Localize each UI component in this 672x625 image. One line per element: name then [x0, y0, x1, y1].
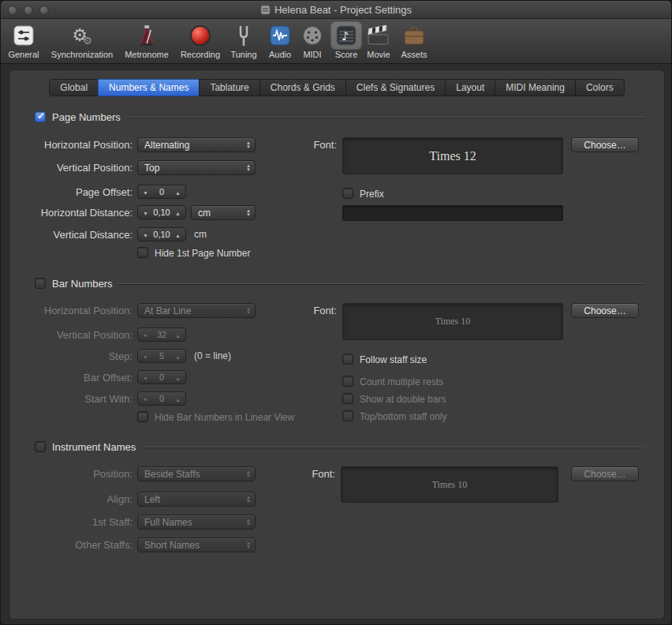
bar-offset-stepper: 0 — [137, 370, 186, 384]
stepper-down-icon — [143, 208, 148, 217]
score-icon: ♪ — [330, 21, 362, 50]
stepper-up-icon — [175, 187, 181, 196]
tab-clefs-signatures[interactable]: Clefs & Signatures — [345, 79, 446, 96]
popup-arrows-icon — [246, 209, 251, 217]
bar-horizontal-position-popup: At Bar Line — [137, 303, 256, 318]
tab-tablature[interactable]: Tablature — [199, 79, 259, 96]
toolbar-item-midi[interactable]: MIDI — [297, 21, 328, 59]
bar-numbers-checkbox[interactable] — [35, 278, 46, 289]
tab-numbers-names[interactable]: Numbers & Names — [98, 79, 200, 96]
minimize-window-button[interactable] — [24, 6, 33, 15]
stepper-up-icon — [175, 330, 181, 339]
toolbar-label: Movie — [367, 50, 390, 59]
page-font-choose-button[interactable]: Choose… — [571, 137, 639, 152]
prefix-input[interactable] — [342, 205, 563, 221]
toolbar-item-synchronization[interactable]: ⚙⚙ Synchronization — [51, 21, 113, 59]
page-font-value: Times 12 — [429, 149, 476, 163]
horizontal-position-popup[interactable]: Alternating — [137, 137, 256, 152]
stepper-down-icon — [143, 394, 148, 403]
page-numbers-section-title: Page Numbers — [52, 111, 121, 123]
instrument-names-checkbox[interactable] — [35, 441, 46, 452]
first-staff-popup: Full Names — [137, 515, 256, 530]
toolbar-item-score[interactable]: ♪ Score — [330, 21, 362, 59]
tuning-icon — [230, 21, 257, 50]
toolbar-item-assets[interactable]: Assets — [398, 21, 430, 59]
project-settings-window: Helena Beat - Project Settings General ⚙… — [0, 0, 672, 625]
toolbar-item-audio[interactable]: Audio — [264, 21, 296, 59]
start-with-label: Start With: — [9, 393, 133, 405]
count-multiple-rests-checkbox — [342, 376, 353, 387]
stepper-down-icon — [143, 372, 148, 382]
tab-global[interactable]: Global — [49, 79, 99, 96]
page-numbers-checkbox[interactable] — [35, 111, 46, 122]
toolbar-item-recording[interactable]: Recording — [181, 21, 220, 59]
first-staff-label: 1st Staff: — [9, 516, 133, 528]
popup-value: Left — [144, 494, 160, 505]
horizontal-distance-label: Horizontal Distance: — [9, 207, 133, 219]
popup-arrows-icon — [246, 164, 251, 172]
close-window-button[interactable] — [8, 6, 17, 15]
popup-value: Short Names — [144, 540, 200, 551]
bar-font-choose-button[interactable]: Choose… — [571, 303, 639, 318]
vertical-position-popup[interactable]: Top — [137, 160, 256, 175]
bar-offset-label: Bar Offset: — [9, 372, 133, 384]
popup-arrows-icon — [246, 141, 251, 149]
count-multiple-rests-label: Count multiple rests — [360, 376, 443, 387]
follow-staff-size-checkbox — [342, 354, 353, 365]
popup-arrows-icon — [246, 496, 251, 503]
bar-numbers-section-title: Bar Numbers — [52, 278, 113, 290]
instrument-font-label: Font: — [276, 468, 335, 480]
bar-vertical-position-stepper: 32 — [137, 327, 186, 342]
align-popup: Left — [137, 492, 256, 507]
step-hint-text: (0 = line) — [194, 350, 231, 361]
toolbar-item-general[interactable]: General — [8, 21, 39, 59]
instrument-names-section-title: Instrument Names — [52, 441, 136, 453]
zoom-window-button[interactable] — [39, 6, 49, 15]
toolbar-label: Score — [335, 50, 358, 59]
toolbar-label: Synchronization — [51, 50, 113, 59]
hide-first-page-number-label: Hide 1st Page Number — [155, 248, 250, 259]
traffic-lights — [8, 6, 49, 15]
title-bar: Helena Beat - Project Settings — [1, 1, 671, 19]
popup-arrows-icon — [246, 307, 251, 315]
show-double-bars-checkbox — [342, 393, 353, 404]
tab-midi-meaning[interactable]: MIDI Meaning — [495, 79, 576, 96]
tab-layout[interactable]: Layout — [445, 79, 495, 96]
recording-icon — [186, 21, 215, 50]
toolbar-label: Audio — [269, 50, 291, 59]
toolbar-label: Recording — [181, 50, 220, 59]
page-font-label: Font: — [278, 139, 337, 151]
stepper-value: 0 — [159, 187, 164, 196]
bar-font-label: Font: — [278, 305, 337, 316]
toolbar-item-metronome[interactable]: Metronome — [125, 21, 169, 59]
bar-font-box: Times 10 — [342, 303, 563, 340]
hide-first-page-number-checkbox[interactable] — [137, 247, 148, 258]
score-settings-panel: Global Numbers & Names Tablature Chords … — [9, 69, 665, 619]
hide-bar-numbers-linear-label: Hide Bar Numbers in Linear View — [155, 412, 294, 423]
stepper-value: 0 — [159, 394, 164, 403]
bar-horizontal-position-label: Horizontal Position: — [9, 305, 133, 316]
stepper-value: 32 — [157, 330, 166, 339]
stepper-up-icon — [175, 230, 181, 239]
prefix-checkbox[interactable] — [342, 188, 353, 199]
popup-value: Beside Staffs — [144, 469, 200, 480]
popup-arrows-icon — [246, 470, 251, 478]
popup-arrows-icon — [246, 541, 251, 549]
toolbar-label: Assets — [401, 50, 427, 59]
section-divider — [117, 283, 645, 284]
popup-value: cm — [198, 208, 211, 219]
stepper-up-icon — [175, 208, 181, 217]
top-bottom-staff-checkbox — [342, 410, 353, 421]
page-offset-stepper[interactable]: 0 — [137, 185, 186, 199]
general-icon — [8, 21, 39, 50]
instrument-font-value: Times 10 — [432, 479, 468, 491]
tab-chords-grids[interactable]: Chords & Grids — [259, 79, 346, 96]
toolbar-item-tuning[interactable]: Tuning — [230, 21, 257, 59]
toolbar-item-movie[interactable]: Movie — [362, 21, 395, 59]
top-bottom-staff-label: Top/bottom staff only — [360, 411, 447, 422]
tab-colors[interactable]: Colors — [575, 79, 625, 96]
horizontal-distance-stepper[interactable]: 0,10 — [137, 205, 186, 219]
horizontal-distance-unit-popup[interactable]: cm — [191, 205, 256, 220]
start-with-stepper: 0 — [137, 391, 186, 406]
vertical-distance-stepper[interactable]: 0,10 — [137, 227, 186, 241]
